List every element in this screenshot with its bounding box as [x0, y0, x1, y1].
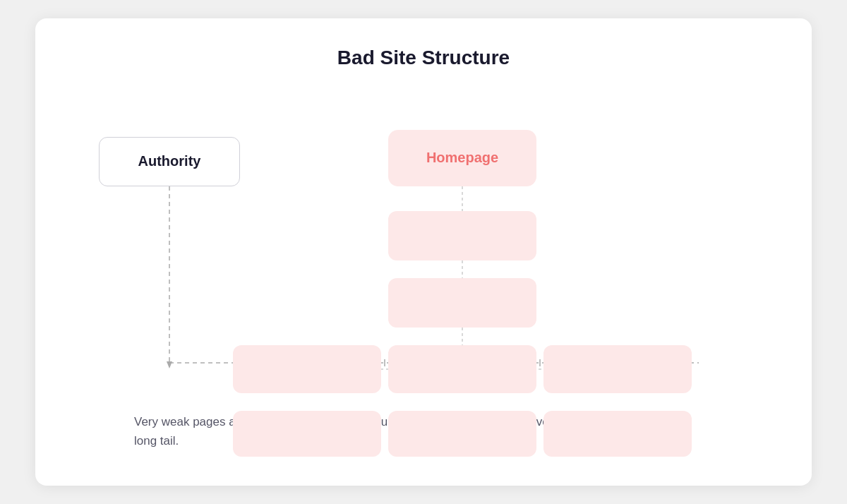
level2-box-a — [388, 211, 536, 260]
level3-box-a — [233, 345, 381, 393]
level4-box-a — [233, 411, 381, 457]
diagram-area: + Authority Homepage — [78, 95, 769, 391]
level2-box-b — [388, 278, 536, 328]
level3-box-b — [388, 345, 536, 393]
level4-box-c — [543, 411, 692, 457]
homepage-box: Homepage — [388, 130, 536, 186]
authority-box: Authority — [99, 137, 240, 186]
level4-box-b — [388, 411, 536, 457]
page-title: Bad Site Structure — [78, 47, 769, 69]
main-card: Bad Site Structure + — [35, 18, 812, 486]
level3-box-c — [543, 345, 692, 393]
